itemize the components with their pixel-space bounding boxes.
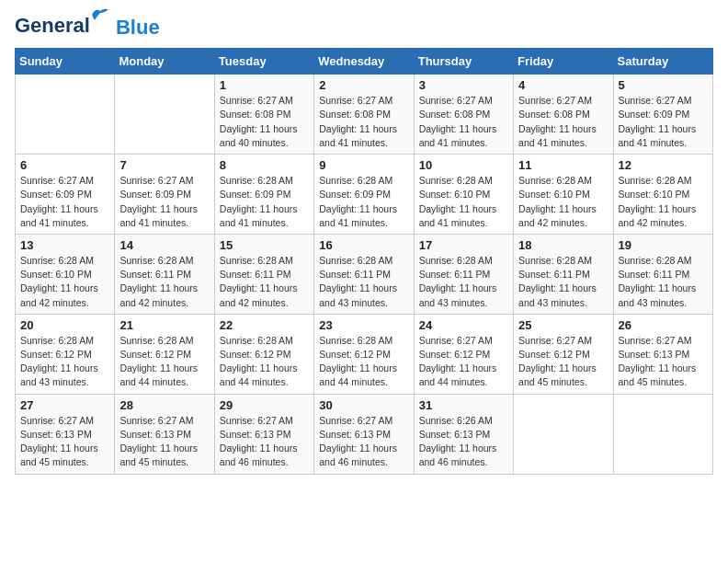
day-number: 9: [319, 158, 408, 172]
day-info: Sunrise: 6:28 AM Sunset: 6:10 PM Dayligh…: [619, 174, 708, 230]
day-number: 8: [220, 158, 309, 172]
day-info: Sunrise: 6:26 AM Sunset: 6:13 PM Dayligh…: [419, 414, 508, 470]
calendar-cell: 21Sunrise: 6:28 AM Sunset: 6:12 PM Dayli…: [115, 314, 214, 394]
calendar-cell: 10Sunrise: 6:28 AM Sunset: 6:10 PM Dayli…: [414, 155, 513, 235]
calendar-week-row: 13Sunrise: 6:28 AM Sunset: 6:10 PM Dayli…: [16, 234, 713, 314]
calendar-week-row: 6Sunrise: 6:27 AM Sunset: 6:09 PM Daylig…: [16, 155, 713, 235]
calendar-cell: 26Sunrise: 6:27 AM Sunset: 6:13 PM Dayli…: [613, 314, 712, 394]
day-number: 27: [20, 398, 109, 412]
day-info: Sunrise: 6:27 AM Sunset: 6:13 PM Dayligh…: [319, 414, 408, 470]
day-info: Sunrise: 6:28 AM Sunset: 6:11 PM Dayligh…: [518, 254, 608, 310]
calendar-week-row: 27Sunrise: 6:27 AM Sunset: 6:13 PM Dayli…: [16, 394, 713, 474]
day-info: Sunrise: 6:28 AM Sunset: 6:09 PM Dayligh…: [220, 174, 309, 230]
day-info: Sunrise: 6:28 AM Sunset: 6:11 PM Dayligh…: [220, 254, 309, 310]
calendar-cell: [16, 75, 115, 155]
calendar-cell: 18Sunrise: 6:28 AM Sunset: 6:11 PM Dayli…: [514, 234, 613, 314]
day-info: Sunrise: 6:28 AM Sunset: 6:11 PM Dayligh…: [119, 254, 209, 310]
column-header-saturday: Saturday: [613, 49, 712, 75]
calendar-cell: 31Sunrise: 6:26 AM Sunset: 6:13 PM Dayli…: [414, 394, 513, 474]
day-number: 23: [319, 318, 408, 332]
calendar-cell: 24Sunrise: 6:27 AM Sunset: 6:12 PM Dayli…: [414, 314, 513, 394]
calendar-cell: 28Sunrise: 6:27 AM Sunset: 6:13 PM Dayli…: [115, 394, 214, 474]
calendar-cell: 15Sunrise: 6:28 AM Sunset: 6:11 PM Dayli…: [214, 234, 313, 314]
day-info: Sunrise: 6:27 AM Sunset: 6:09 PM Dayligh…: [619, 94, 708, 150]
day-info: Sunrise: 6:27 AM Sunset: 6:09 PM Dayligh…: [20, 174, 109, 230]
day-number: 31: [419, 398, 508, 412]
day-number: 26: [619, 318, 708, 332]
column-header-sunday: Sunday: [16, 49, 115, 75]
day-info: Sunrise: 6:28 AM Sunset: 6:10 PM Dayligh…: [419, 174, 508, 230]
day-number: 7: [119, 158, 209, 172]
day-number: 28: [119, 398, 209, 412]
calendar-cell: 3Sunrise: 6:27 AM Sunset: 6:08 PM Daylig…: [414, 75, 513, 155]
calendar-cell: 5Sunrise: 6:27 AM Sunset: 6:09 PM Daylig…: [613, 75, 712, 155]
day-info: Sunrise: 6:28 AM Sunset: 6:12 PM Dayligh…: [220, 334, 309, 390]
calendar-cell: 20Sunrise: 6:28 AM Sunset: 6:12 PM Dayli…: [16, 314, 115, 394]
day-number: 3: [419, 78, 508, 92]
calendar-cell: 12Sunrise: 6:28 AM Sunset: 6:10 PM Dayli…: [613, 155, 712, 235]
logo-bird-icon: [90, 7, 110, 22]
day-info: Sunrise: 6:27 AM Sunset: 6:13 PM Dayligh…: [20, 414, 109, 470]
day-number: 15: [220, 238, 309, 252]
calendar-cell: 30Sunrise: 6:27 AM Sunset: 6:13 PM Dayli…: [314, 394, 414, 474]
day-number: 22: [220, 318, 309, 332]
column-header-monday: Monday: [115, 49, 214, 75]
logo-blue-text: Blue: [116, 16, 160, 39]
day-number: 10: [419, 158, 508, 172]
calendar-cell: 17Sunrise: 6:28 AM Sunset: 6:11 PM Dayli…: [414, 234, 513, 314]
day-info: Sunrise: 6:27 AM Sunset: 6:08 PM Dayligh…: [319, 94, 408, 150]
day-info: Sunrise: 6:27 AM Sunset: 6:08 PM Dayligh…: [518, 94, 608, 150]
day-info: Sunrise: 6:28 AM Sunset: 6:12 PM Dayligh…: [319, 334, 408, 390]
calendar-cell: 22Sunrise: 6:28 AM Sunset: 6:12 PM Dayli…: [214, 314, 313, 394]
calendar-table: SundayMondayTuesdayWednesdayThursdayFrid…: [15, 48, 713, 474]
calendar-week-row: 20Sunrise: 6:28 AM Sunset: 6:12 PM Dayli…: [16, 314, 713, 394]
calendar-cell: 4Sunrise: 6:27 AM Sunset: 6:08 PM Daylig…: [514, 75, 613, 155]
calendar-cell: 23Sunrise: 6:28 AM Sunset: 6:12 PM Dayli…: [314, 314, 414, 394]
day-number: 30: [319, 398, 408, 412]
day-info: Sunrise: 6:27 AM Sunset: 6:12 PM Dayligh…: [419, 334, 508, 390]
day-info: Sunrise: 6:27 AM Sunset: 6:08 PM Dayligh…: [220, 94, 309, 150]
calendar-cell: 8Sunrise: 6:28 AM Sunset: 6:09 PM Daylig…: [214, 155, 313, 235]
day-info: Sunrise: 6:27 AM Sunset: 6:13 PM Dayligh…: [220, 414, 309, 470]
day-number: 12: [619, 158, 708, 172]
day-number: 25: [518, 318, 608, 332]
calendar-cell: 2Sunrise: 6:27 AM Sunset: 6:08 PM Daylig…: [314, 75, 414, 155]
column-header-friday: Friday: [514, 49, 613, 75]
day-number: 29: [220, 398, 309, 412]
day-number: 13: [20, 238, 109, 252]
calendar-cell: 7Sunrise: 6:27 AM Sunset: 6:09 PM Daylig…: [115, 155, 214, 235]
day-info: Sunrise: 6:27 AM Sunset: 6:09 PM Dayligh…: [119, 174, 209, 230]
calendar-cell: 25Sunrise: 6:27 AM Sunset: 6:12 PM Dayli…: [514, 314, 613, 394]
calendar-cell: 6Sunrise: 6:27 AM Sunset: 6:09 PM Daylig…: [16, 155, 115, 235]
day-number: 16: [319, 238, 408, 252]
day-info: Sunrise: 6:27 AM Sunset: 6:08 PM Dayligh…: [419, 94, 508, 150]
day-info: Sunrise: 6:28 AM Sunset: 6:12 PM Dayligh…: [20, 334, 109, 390]
day-info: Sunrise: 6:28 AM Sunset: 6:11 PM Dayligh…: [619, 254, 708, 310]
day-number: 2: [319, 78, 408, 92]
calendar-week-row: 1Sunrise: 6:27 AM Sunset: 6:08 PM Daylig…: [16, 75, 713, 155]
day-info: Sunrise: 6:28 AM Sunset: 6:11 PM Dayligh…: [319, 254, 408, 310]
day-number: 19: [619, 238, 708, 252]
day-number: 18: [518, 238, 608, 252]
column-header-thursday: Thursday: [414, 49, 513, 75]
day-info: Sunrise: 6:28 AM Sunset: 6:12 PM Dayligh…: [119, 334, 209, 390]
column-header-tuesday: Tuesday: [214, 49, 313, 75]
page-header: General Blue: [15, 15, 713, 39]
calendar-cell: 29Sunrise: 6:27 AM Sunset: 6:13 PM Dayli…: [214, 394, 313, 474]
logo: General Blue: [15, 15, 160, 39]
day-number: 6: [20, 158, 109, 172]
day-info: Sunrise: 6:27 AM Sunset: 6:12 PM Dayligh…: [518, 334, 608, 390]
day-number: 17: [419, 238, 508, 252]
day-info: Sunrise: 6:27 AM Sunset: 6:13 PM Dayligh…: [619, 334, 708, 390]
day-number: 24: [419, 318, 508, 332]
day-info: Sunrise: 6:27 AM Sunset: 6:13 PM Dayligh…: [119, 414, 209, 470]
calendar-cell: [514, 394, 613, 474]
day-info: Sunrise: 6:28 AM Sunset: 6:11 PM Dayligh…: [419, 254, 508, 310]
column-header-wednesday: Wednesday: [314, 49, 414, 75]
day-number: 1: [220, 78, 309, 92]
calendar-header-row: SundayMondayTuesdayWednesdayThursdayFrid…: [16, 49, 713, 75]
calendar-cell: 9Sunrise: 6:28 AM Sunset: 6:09 PM Daylig…: [314, 155, 414, 235]
calendar-cell: 16Sunrise: 6:28 AM Sunset: 6:11 PM Dayli…: [314, 234, 414, 314]
calendar-cell: 11Sunrise: 6:28 AM Sunset: 6:10 PM Dayli…: [514, 155, 613, 235]
day-number: 14: [119, 238, 209, 252]
